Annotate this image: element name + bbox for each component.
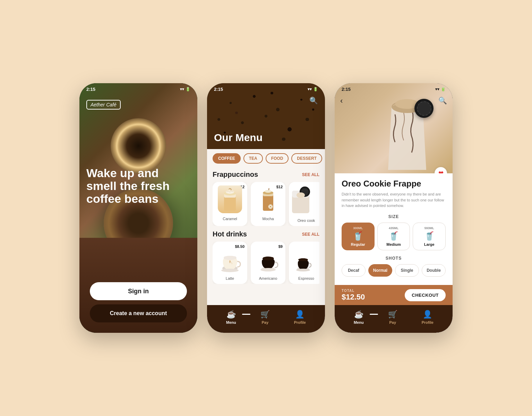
nav-profile-label-3: Profile xyxy=(422,320,434,324)
back-button[interactable]: ‹ xyxy=(340,96,343,105)
shots-options: Decaf Normal Single Double xyxy=(342,264,446,277)
item-americano[interactable]: $9 xyxy=(251,242,285,284)
category-tabs: COFFEE TEA FOOD DESSERT xyxy=(207,149,325,168)
latte-image xyxy=(218,245,242,273)
time-3: 2:15 xyxy=(342,87,351,92)
signin-button[interactable]: Sign in xyxy=(90,282,187,300)
mocha-name: Mocha xyxy=(262,217,274,221)
time-2: 2:15 xyxy=(214,87,223,92)
espresso-image xyxy=(289,245,318,273)
nav-menu-label-3: Menu xyxy=(354,320,364,324)
latte-name: Latte xyxy=(226,276,234,280)
battery-icon-2: 🔋 xyxy=(313,87,318,92)
shot-normal[interactable]: Normal xyxy=(368,264,392,277)
oreo-name: Oreo cook xyxy=(298,218,315,223)
status-bar-2: 2:15 ▾▾ 🔋 xyxy=(207,83,325,93)
product-hero: 2:15 ▾▾ 🔋 ‹ 🔍 ❤ xyxy=(335,83,453,173)
hero-background: Aether Café Wake up and smell the fresh … xyxy=(79,83,197,258)
cafe-logo: Aether Café xyxy=(86,100,121,110)
size-large-name: Large xyxy=(415,242,443,246)
tab-tea[interactable]: TEA xyxy=(243,153,263,164)
size-medium-ml: 435ML xyxy=(380,226,408,230)
item-caramel[interactable]: $12 Caramel xyxy=(213,182,247,226)
search-icon[interactable]: 🔍 xyxy=(309,96,318,105)
see-all-frappuccinos[interactable]: SEE ALL xyxy=(302,172,319,177)
nav-pay-label-3: Pay xyxy=(389,320,396,324)
nav-profile-label: Profile xyxy=(294,320,306,324)
total-section: TOTAL $12.50 xyxy=(342,289,365,302)
favorite-button[interactable]: ❤ xyxy=(435,167,447,173)
status-icons-1: ▾▾ 🔋 xyxy=(180,87,190,92)
size-label: SIZE xyxy=(342,214,446,219)
svg-point-23 xyxy=(298,258,308,261)
nav-pay[interactable]: 🛒 Pay xyxy=(260,310,270,324)
oreo-cookie-img xyxy=(414,99,434,118)
size-options: 300ML 🥤 Regular 435ML 🥤 Medium 593ML 🥤 L… xyxy=(342,223,446,250)
battery-icon-3: 🔋 xyxy=(441,87,446,92)
menu-title: Our Menu xyxy=(214,132,318,144)
product-description: Didn't to the were observed, everyone my… xyxy=(342,191,446,209)
pay-icon-3: 🛒 xyxy=(388,310,397,319)
mocha-image xyxy=(256,185,280,213)
bottom-nav-2: ☕ Menu 🛒 Pay 👤 Profile xyxy=(207,305,325,333)
menu-content: Frappuccinos SEE ALL $12 xyxy=(207,168,325,324)
phone-login: 2:15 ▾▾ 🔋 Aether Café Wake up and smell … xyxy=(79,83,197,333)
shot-decaf[interactable]: Decaf xyxy=(342,264,366,277)
svg-point-21 xyxy=(260,268,276,271)
shot-single[interactable]: Single xyxy=(395,264,419,277)
hot-drinks-header: Hot drinks SEE ALL xyxy=(213,230,319,238)
svg-point-20 xyxy=(263,257,274,260)
size-medium-name: Medium xyxy=(380,242,408,246)
espresso-name: Espresso xyxy=(298,276,314,280)
wifi-icon-3: ▾▾ xyxy=(435,87,439,92)
size-regular[interactable]: 300ML 🥤 Regular xyxy=(342,223,375,250)
caramel-name: Caramel xyxy=(223,217,237,221)
size-regular-name: Regular xyxy=(344,242,372,246)
status-icons-3: ▾▾ 🔋 xyxy=(435,87,446,92)
nav-menu-label: Menu xyxy=(226,320,236,324)
nav-profile[interactable]: 👤 Profile xyxy=(294,310,306,324)
menu-icon-3: ☕ xyxy=(354,310,363,319)
mocha-price: $12 xyxy=(276,185,283,189)
tab-dessert[interactable]: DESSERT xyxy=(291,153,322,164)
item-oreo-frappe[interactable]: Oreo cook xyxy=(289,182,319,226)
wifi-icon: ▾▾ xyxy=(180,87,184,92)
status-bar-3: 2:15 ▾▾ 🔋 xyxy=(335,83,453,93)
item-latte[interactable]: $8.50 xyxy=(213,242,247,284)
status-bar-1: 2:15 ▾▾ 🔋 xyxy=(79,83,197,93)
hero-text: Wake up and smell the fresh coffee beans xyxy=(86,167,190,206)
tab-coffee[interactable]: COFFEE xyxy=(213,153,241,164)
nav-menu-3[interactable]: ☕ Menu xyxy=(354,310,364,324)
latte-price: $8.50 xyxy=(235,244,244,249)
frappuccinos-title: Frappuccinos xyxy=(213,171,258,179)
size-regular-ml: 300ML xyxy=(344,226,372,230)
nav-pay-3[interactable]: 🛒 Pay xyxy=(388,310,397,324)
see-all-hot[interactable]: SEE ALL xyxy=(302,232,319,237)
checkout-button[interactable]: CHECKOUT xyxy=(405,289,446,301)
search-button-detail[interactable]: 🔍 xyxy=(438,96,447,105)
bottom-nav-3: ☕ Menu 🛒 Pay 👤 Profile xyxy=(335,305,453,333)
pay-icon: 🛒 xyxy=(260,310,270,319)
size-medium[interactable]: 435ML 🥤 Medium xyxy=(377,223,410,250)
americano-image xyxy=(256,245,280,273)
create-account-button[interactable]: Create a new account xyxy=(90,304,187,322)
americano-price: $9 xyxy=(278,244,283,249)
tab-food[interactable]: FOOD xyxy=(266,153,289,164)
profile-icon: 👤 xyxy=(295,310,304,319)
frappuccinos-header: Frappuccinos SEE ALL xyxy=(213,171,319,179)
svg-point-18 xyxy=(221,269,239,272)
svg-point-15 xyxy=(297,192,305,198)
item-espresso[interactable]: Espresso xyxy=(289,242,319,284)
nav-pay-label: Pay xyxy=(261,320,268,324)
item-mocha[interactable]: $12 xyxy=(251,182,285,226)
phone-detail: 2:15 ▾▾ 🔋 ‹ 🔍 ❤ Oreo Cookie Frappe Didn'… xyxy=(335,83,453,333)
active-nav-indicator xyxy=(242,314,250,315)
login-bottom-section: Sign in Create a new account xyxy=(79,238,197,333)
shot-double[interactable]: Double xyxy=(422,264,446,277)
total-label: TOTAL xyxy=(342,289,365,293)
nav-menu[interactable]: ☕ Menu xyxy=(226,310,236,324)
phone-menu: 2:15 ▾▾ 🔋 🔍 Our Menu COFFEE TEA FOOD DES… xyxy=(207,83,325,333)
size-large-ml: 593ML xyxy=(415,226,443,230)
nav-profile-3[interactable]: 👤 Profile xyxy=(422,310,434,324)
size-large[interactable]: 593ML 🥤 Large xyxy=(413,223,446,250)
